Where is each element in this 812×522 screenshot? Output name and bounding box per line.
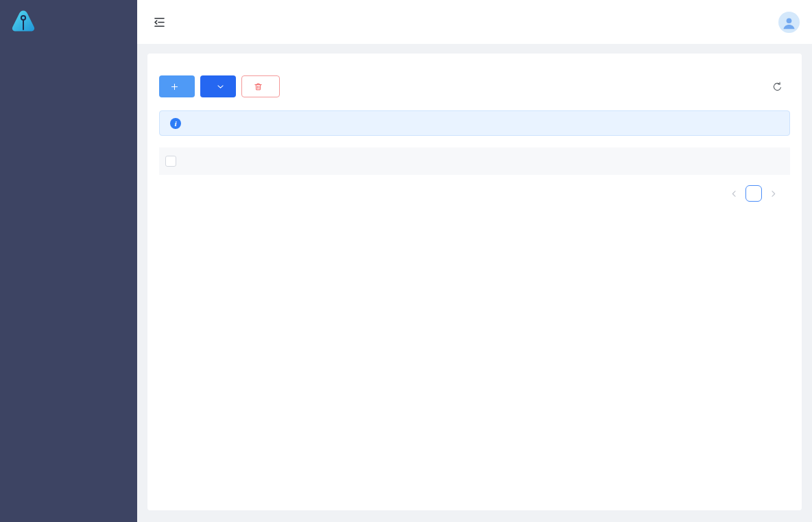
app-window: i xyxy=(0,0,812,522)
plus-icon xyxy=(170,82,179,91)
task-management-panel: i xyxy=(147,54,802,510)
app-logo xyxy=(0,0,137,40)
sidebar-collapse-icon[interactable] xyxy=(152,15,167,29)
refresh-icon[interactable] xyxy=(772,81,783,93)
select-all-checkbox[interactable] xyxy=(165,156,176,167)
pagination xyxy=(159,185,790,202)
trash-icon xyxy=(253,82,263,92)
avatar[interactable] xyxy=(778,12,800,33)
chevron-down-icon xyxy=(216,82,225,91)
topbar xyxy=(137,0,812,44)
selection-alert: i xyxy=(159,110,790,136)
batch-execute-button[interactable] xyxy=(200,75,236,97)
action-toolbar xyxy=(159,75,790,97)
prev-page-icon[interactable] xyxy=(730,189,739,198)
topbar-right xyxy=(755,12,800,33)
table-header xyxy=(159,147,790,175)
task-table xyxy=(159,147,790,175)
main-area: i xyxy=(137,0,812,522)
page-number[interactable] xyxy=(745,185,762,202)
batch-delete-button[interactable] xyxy=(241,75,280,97)
info-icon: i xyxy=(170,118,181,129)
user-icon xyxy=(781,15,797,31)
content-area: i xyxy=(137,44,812,522)
sidebar-menu xyxy=(0,40,137,511)
next-page-icon[interactable] xyxy=(769,189,778,198)
app-logo-icon xyxy=(10,9,37,34)
user-total-text xyxy=(0,511,137,522)
add-task-button[interactable] xyxy=(159,75,195,97)
sidebar xyxy=(0,0,137,522)
